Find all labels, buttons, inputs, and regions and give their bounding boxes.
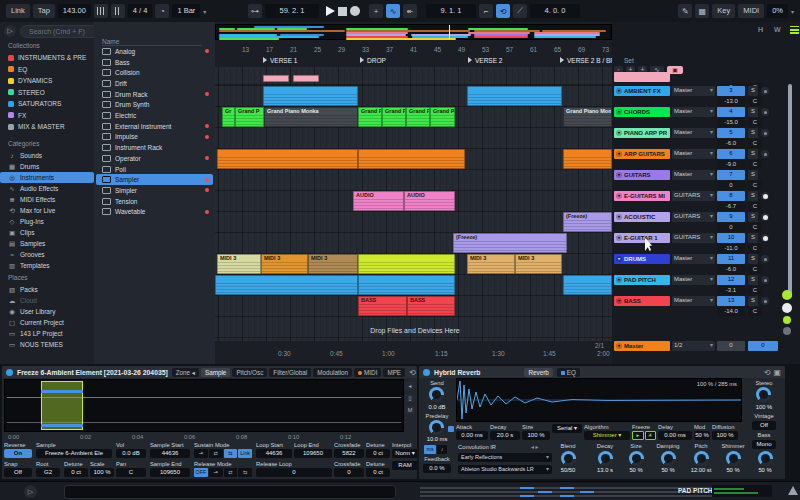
track-output-select[interactable]: Master▾ [672,296,715,306]
arrangement-clip[interactable]: AUDIO [404,191,455,211]
track-name[interactable]: ▾PIANO ARP PR [614,128,670,138]
collection-item[interactable]: DYNAMICS [0,75,94,86]
follow-icon[interactable]: ⊶ [248,4,262,18]
track-pan-value[interactable]: C [748,118,762,127]
knob[interactable] [758,451,773,466]
arrangement-clip[interactable]: BASS [407,296,455,316]
track-output-select[interactable]: GUITARS▾ [672,233,715,243]
monitor-button-gray[interactable] [783,327,791,335]
arm-button[interactable] [761,87,769,95]
tab-modulation[interactable]: Modulation [313,368,352,377]
knob-value[interactable]: 50 % [750,467,780,473]
locator-marker[interactable]: DROP [360,57,386,64]
param-value[interactable]: RAM [392,461,417,470]
zoom-back-icon[interactable]: ◂ [405,382,415,390]
arrangement-clip[interactable]: (Freeze) [453,233,567,253]
param-freeze[interactable]: Freeze▸✳ [632,424,656,440]
arrangement-clip[interactable]: Grand P [235,107,264,127]
param-size[interactable]: Size100 % [522,424,550,440]
knob[interactable] [726,451,741,466]
chevron-down-icon[interactable]: ▾ [203,8,206,15]
arrangement-clip[interactable] [563,149,612,169]
h-zoom-button[interactable]: H [758,26,763,33]
track-row-acoustic[interactable]: ▾ACOUSTICGUITARS▾9S0C [612,212,800,233]
sidebar-item-current-project[interactable]: ▢Current Project [0,317,94,328]
param-decay[interactable]: Decay20.0 s [490,424,520,440]
param-detune[interactable]: Detune0 ct [64,461,88,477]
sidebar-item-drums[interactable]: ▦Drums [0,161,94,172]
knob-value[interactable]: 50/50 [550,467,586,473]
predelay-value[interactable]: 10.0 ms [421,436,453,442]
fold-icon[interactable]: ▾ [616,277,622,283]
computer-midi-keyboard-icon[interactable]: ▦ [695,4,709,18]
knob-shimmer[interactable]: Shimmer50 % [718,443,748,473]
sample-waveform-display[interactable] [4,379,404,432]
track-row-drums[interactable]: ▾DRUMSMaster▾11S-6.0C [612,254,800,275]
fold-icon[interactable]: ▾ [616,109,622,115]
param-value[interactable]: Freeze 6-Ambient Ele [36,449,112,458]
knob[interactable] [661,451,676,466]
chevron-down-icon[interactable]: ▾ [791,8,794,15]
solo-button[interactable]: S [748,191,758,201]
arrangement-clip[interactable]: MIDI 3 [515,254,562,274]
param-value[interactable]: Serial ▾ [552,424,582,433]
knob-value[interactable]: 12.00 st [686,467,716,473]
collection-item[interactable]: EQ [0,64,94,75]
arrangement-clip[interactable] [263,86,358,106]
knob-size[interactable]: Size50 % [622,443,650,473]
knob-damping[interactable]: Damping50 % [652,443,684,473]
play-button[interactable] [326,6,335,16]
track-name[interactable]: ▾AMBIENT FX [614,86,670,96]
param-vol[interactable]: Vol0.0 dB [116,442,146,458]
monitor-button-green[interactable] [782,290,792,300]
attack-toggle[interactable] [448,426,454,432]
param-value[interactable]: 0.0 dB [116,449,146,458]
knob-blend[interactable]: Blend50/50 [550,443,586,473]
device-item-sampler[interactable]: Sampler [96,174,213,185]
bass-mono-value[interactable]: Mono [752,440,776,449]
device-item-operator[interactable]: Operator [96,153,213,164]
tempo-value[interactable]: 143.00 [58,4,91,18]
device-item-electric[interactable]: Electric [96,110,213,121]
sidebar-item-instruments[interactable]: ◎Instruments [0,172,94,183]
track-row-guitars[interactable]: ▾GUITARSMaster▾7S0C [612,170,800,191]
automation-mode-icon[interactable]: ∿ [386,4,400,18]
knob-decay[interactable]: Decay13.0 s [590,443,620,473]
track-name[interactable]: ▾E-GUITARS MI [614,191,670,201]
arrangement-clip[interactable] [358,254,455,274]
track-row-arp-guitars[interactable]: ▾ARP GUITARSMaster▾6S-9.0C [612,149,800,170]
arrangement-clip[interactable] [263,75,289,82]
knob-value[interactable]: 50 % [652,467,684,473]
hot-swap-icon[interactable]: ⟲ [764,368,771,377]
param-value[interactable]: 100 % [90,468,114,477]
collection-item[interactable]: SATURATORS [0,98,94,109]
monitor-button-lime[interactable] [783,316,791,324]
fold-icon[interactable]: ▾ [616,172,622,178]
tab-eq[interactable]: EQ [557,368,580,377]
arrangement-clip[interactable]: BASS [358,296,407,316]
param-mode-segments[interactable]: OFF⇥⇄⇆ [194,468,252,477]
loop-start-value[interactable]: 9. 1. 1 [426,4,476,18]
track-volume-value[interactable]: -11.0 [717,244,745,253]
param-mod[interactable]: Mod50 % [694,424,710,440]
param-mode-segments[interactable]: ⇥⇄⇆Link [194,449,252,458]
vintage-value[interactable]: Off [752,421,776,430]
arrangement-clip[interactable] [358,149,465,169]
knob-value[interactable]: 50 % [622,467,650,473]
browser-preview-icon[interactable]: ▷ [4,25,16,37]
arm-button[interactable] [761,255,769,263]
predelay-knob[interactable] [429,420,444,435]
param-sample-end[interactable]: Sample End109650 [150,461,190,477]
device-item-analog[interactable]: Analog [96,46,213,57]
param-sample-start[interactable]: Sample Start44636 [150,442,190,458]
track-volume-value[interactable]: -9.0 [717,160,745,169]
param-value[interactable]: 0.00 ms [456,431,488,440]
param-scale[interactable]: Scale100 % [90,461,114,477]
track-output-select[interactable]: GUITARS▾ [672,212,715,222]
solo-button[interactable]: S [748,212,758,222]
arrangement-clip[interactable]: (Freeze) [563,212,612,232]
arrangement-clip[interactable]: MIDI 3 [467,254,515,274]
preview-play-icon[interactable]: ▷ [24,485,37,498]
track-output-select[interactable]: GUITARS▾ [672,191,715,201]
arrangement-clip[interactable]: Grand Piano Monka [264,107,358,127]
